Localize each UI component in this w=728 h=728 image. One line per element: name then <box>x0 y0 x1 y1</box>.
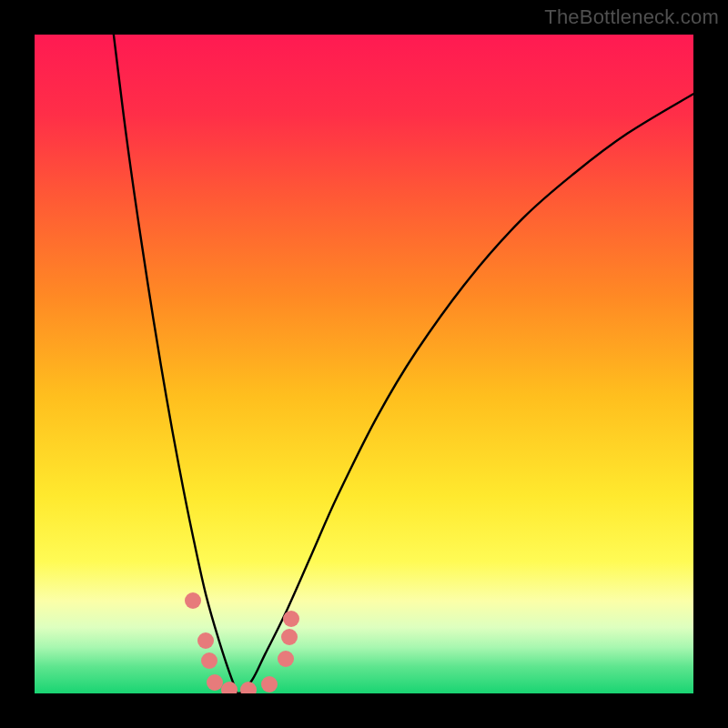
curve-marker <box>185 592 201 609</box>
curve-marker <box>240 682 257 693</box>
curve-marker <box>197 632 214 649</box>
watermark-text: TheBottleneck.com <box>544 5 719 29</box>
curve-marker <box>207 674 223 691</box>
bottleneck-curve <box>35 35 693 693</box>
chart-frame: TheBottleneck.com <box>0 0 728 728</box>
curve-marker <box>201 652 217 669</box>
curve-marker <box>221 682 238 693</box>
plot-area <box>35 35 693 693</box>
curve-marker <box>283 611 299 627</box>
curve-marker <box>261 676 278 693</box>
curve-marker <box>281 629 298 645</box>
curve-marker <box>278 651 294 667</box>
